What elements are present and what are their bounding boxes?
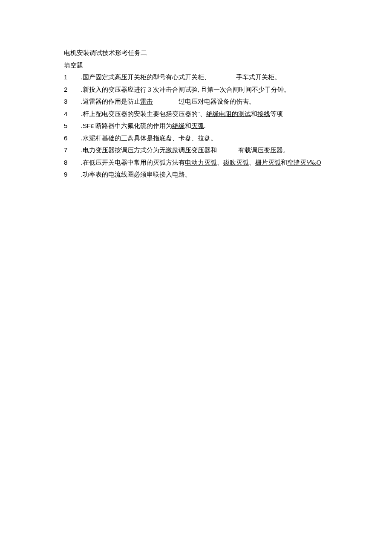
answer-underline: 灭弧 (191, 122, 204, 129)
answer-underline: 卡盘 (179, 135, 191, 142)
item-text: 和 (251, 110, 257, 117)
answer-underline: 窄缝灭⅟‰O (287, 159, 321, 166)
list-item: .新投入的变压器应进行 3 次冲击合闸试验, 且第一次合闸时间不少于分钟。 (64, 84, 362, 96)
answer-underline: 雷击 (140, 98, 153, 105)
item-text: 。 (210, 135, 217, 142)
item-text: .新投入的变压器应进行 3 次冲击合闸试验, 且第一次合闸时间不少于分钟。 (81, 86, 290, 93)
answer-underline: 有载调压变压器 (238, 147, 283, 154)
document-page: 电机安装调试技术形考任务二 填空题 .国产固定式高压开关柜的型号有心式开关柜、手… (0, 0, 392, 181)
item-text: .国产固定式高压开关柜的型号有心式开关柜、 (81, 74, 210, 81)
list-item: .在低压开关电器中常用的灭弧方法有电动力灭弧、磁吹灭弧、栅片灭弧和窄缝灭⅟‰O (64, 157, 362, 169)
item-text: 。 (283, 147, 289, 154)
item-text: . (204, 122, 206, 129)
answer-underline: 底盘 (159, 135, 172, 142)
item-text: 、 (249, 159, 255, 166)
list-item: .国产固定式高压开关柜的型号有心式开关柜、手车式开关柜。 (64, 71, 362, 84)
item-text: 过电压对电器设备的伤害。 (179, 98, 255, 105)
item-text: .杆上配电变压器的安装主要包括变压器的ˆ、 (81, 110, 206, 117)
list-item: .避雷器的作用是防止雷击过电压对电器设备的伤害。 (64, 96, 362, 108)
answer-underline: 电动力灭弧 (185, 159, 217, 166)
question-list: .国产固定式高压开关柜的型号有心式开关柜、手车式开关柜。 .新投入的变压器应进行… (64, 71, 362, 181)
item-text: 、 (172, 135, 179, 142)
item-text: .电力变压器按调压方式分为 (81, 147, 159, 154)
answer-underline: 磁吹灭弧 (223, 159, 249, 166)
document-title: 电机安装调试技术形考任务二 (64, 47, 362, 59)
answer-underline: 拉盘 (198, 135, 210, 142)
answer-underline: 手车式 (236, 74, 255, 81)
answer-underline: 接线 (257, 110, 270, 117)
list-item: .功率表的电流线圈必须串联接入电路。 (64, 169, 362, 181)
answer-underline: 绝缘电阻的测试 (206, 110, 251, 117)
item-text: .功率表的电流线圈必须串联接入电路。 (81, 171, 191, 178)
item-text: .避雷器的作用是防止 (81, 98, 140, 105)
answer-underline: 栅片灭弧 (255, 159, 281, 166)
list-item: .电力变压器按调压方式分为无激励调压变压器和有载调压变压器。 (64, 144, 362, 157)
list-item: .水泥杆基础的三盘具体是指底盘、卡盘、拉盘。 (64, 132, 362, 145)
item-text: .SFᴇ 断路器中六氟化硫的作用为 (81, 122, 172, 129)
answer-underline: 无激励调压变压器 (159, 147, 210, 154)
item-text: 和 (281, 159, 287, 166)
item-text: .在低压开关电器中常用的灭弧方法有 (81, 159, 185, 166)
section-heading: 填空题 (64, 59, 362, 72)
item-text: 等项 (270, 110, 283, 117)
item-text: 和 (210, 147, 217, 154)
list-item: .SFᴇ 断路器中六氟化硫的作用为绝缘和灭弧. (64, 120, 362, 132)
item-text: 和 (185, 122, 191, 129)
list-item: .杆上配电变压器的安装主要包括变压器的ˆ、绝缘电阻的测试和接线等项 (64, 108, 362, 120)
item-text: .水泥杆基础的三盘具体是指 (81, 135, 159, 142)
item-text: 、 (191, 135, 198, 142)
item-text: 开关柜。 (255, 74, 281, 81)
answer-underline: 绝缘 (172, 122, 185, 129)
item-text: 、 (217, 159, 223, 166)
